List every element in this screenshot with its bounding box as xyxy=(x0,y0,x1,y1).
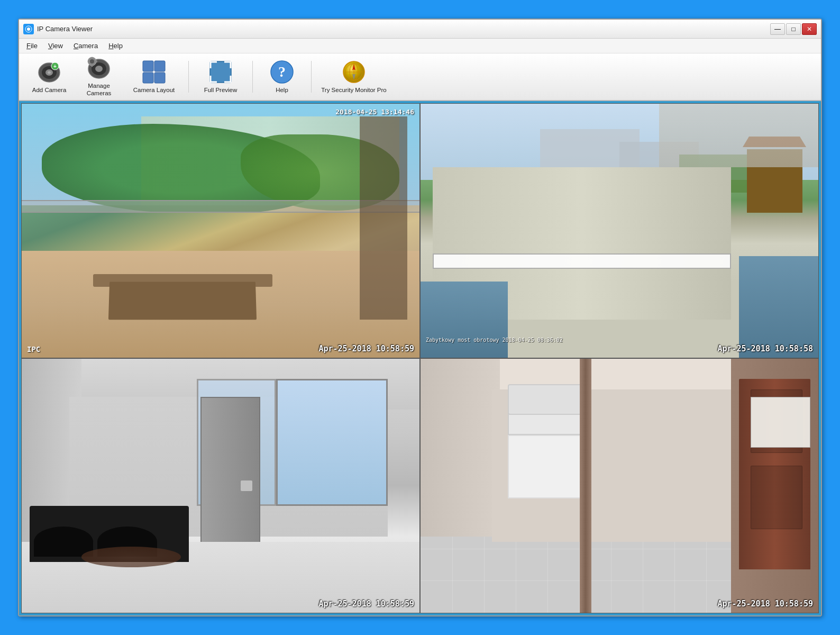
security-monitor-label: Try Security Monitor Pro xyxy=(321,87,387,94)
add-camera-label: Add Camera xyxy=(32,87,67,94)
svg-rect-13 xyxy=(92,57,93,59)
camera-cell-3[interactable]: Apr-25-2018 10:58:59 xyxy=(21,358,420,613)
help-label: Help xyxy=(276,87,288,94)
menu-camera-label: Camera xyxy=(74,42,98,50)
camera-cell-4[interactable]: Apr-25-2018 10:58:59 xyxy=(420,358,819,613)
cam1-label: IPC xyxy=(27,345,40,353)
cam4-timestamp: Apr-25-2018 10:58:59 xyxy=(717,599,813,609)
menu-bar: File View Camera Help xyxy=(19,39,821,53)
menu-view[interactable]: View xyxy=(43,40,68,51)
svg-text:?: ? xyxy=(278,64,286,80)
help-icon: ? xyxy=(269,59,295,85)
svg-rect-20 xyxy=(154,72,165,83)
svg-rect-18 xyxy=(154,61,165,71)
svg-rect-16 xyxy=(95,61,97,62)
main-window: IP Camera Viewer — □ ✕ File View Camera … xyxy=(18,19,822,616)
svg-rect-15 xyxy=(88,61,90,62)
security-monitor-button[interactable]: Try Security Monitor Pro xyxy=(317,56,391,97)
manage-cameras-icon xyxy=(86,56,112,80)
cam2-sublabel: Zabytkowy most obrotowy 2018-04-25 08:36… xyxy=(426,337,563,343)
help-button[interactable]: ? Help xyxy=(258,56,306,97)
svg-rect-19 xyxy=(143,72,153,83)
svg-rect-17 xyxy=(143,61,153,71)
menu-camera[interactable]: Camera xyxy=(68,40,103,51)
camera-cell-2[interactable]: Zabytkowy most obrotowy 2018-04-25 08:36… xyxy=(420,103,819,358)
svg-text:+: + xyxy=(53,64,57,69)
svg-point-10 xyxy=(95,66,103,72)
toolbar-separator-3 xyxy=(311,61,312,93)
menu-file-label: File xyxy=(26,42,38,50)
title-bar: IP Camera Viewer — □ ✕ xyxy=(19,20,821,39)
close-button[interactable]: ✕ xyxy=(802,23,817,35)
cam2-timestamp: Apr-25-2018 10:58:58 xyxy=(717,344,813,353)
camera-layout-button[interactable]: Camera Layout xyxy=(125,56,183,97)
camera-layout-label: Camera Layout xyxy=(133,87,175,94)
window-title: IP Camera Viewer xyxy=(37,25,93,33)
menu-help[interactable]: Help xyxy=(103,40,128,51)
full-preview-label: Full Preview xyxy=(204,87,238,94)
menu-file[interactable]: File xyxy=(21,40,43,51)
camera-grid: 2018-04-25 13:14:46 IPC Apr-25-2018 10:5… xyxy=(19,101,821,615)
title-controls: — □ ✕ xyxy=(770,23,817,35)
svg-rect-21 xyxy=(210,61,231,83)
camera-layout-icon xyxy=(141,59,167,85)
cam1-timestamp-top: 2018-04-25 13:14:46 xyxy=(335,108,414,116)
toolbar-separator-2 xyxy=(252,61,253,93)
add-camera-icon: + xyxy=(36,59,62,85)
menu-view-label: View xyxy=(48,42,63,50)
toolbar: + Add Camera M xyxy=(19,53,821,101)
maximize-button[interactable]: □ xyxy=(786,23,801,35)
svg-point-1 xyxy=(27,28,30,31)
manage-cameras-label: Manage Cameras xyxy=(77,83,121,97)
title-bar-left: IP Camera Viewer xyxy=(23,24,93,34)
full-preview-button[interactable]: Full Preview xyxy=(194,56,247,97)
cam3-timestamp: Apr-25-2018 10:58:59 xyxy=(318,599,414,609)
camera-cell-1[interactable]: 2018-04-25 13:14:46 IPC Apr-25-2018 10:5… xyxy=(21,103,420,358)
security-monitor-icon xyxy=(341,59,367,85)
full-preview-icon xyxy=(208,59,233,85)
toolbar-separator-1 xyxy=(188,61,189,93)
cam1-timestamp: Apr-25-2018 10:58:59 xyxy=(318,344,414,353)
add-camera-button[interactable]: + Add Camera xyxy=(25,56,73,97)
svg-point-12 xyxy=(90,59,94,64)
manage-cameras-button[interactable]: Manage Cameras xyxy=(75,56,123,97)
svg-point-5 xyxy=(48,71,51,74)
svg-rect-14 xyxy=(92,65,93,67)
app-icon xyxy=(23,24,34,34)
menu-help-label: Help xyxy=(108,42,123,50)
minimize-button[interactable]: — xyxy=(770,23,785,35)
